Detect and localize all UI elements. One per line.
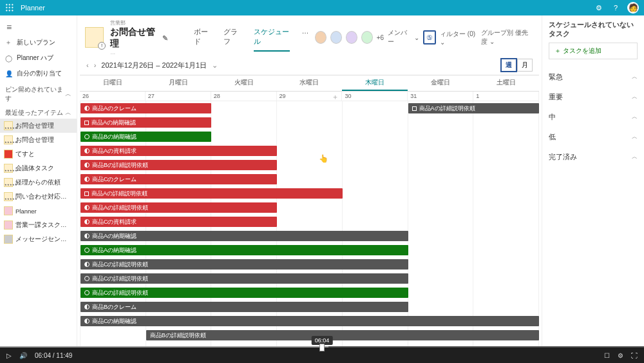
date-cell[interactable]: 31: [408, 92, 473, 101]
date-cell[interactable]: 30: [342, 92, 408, 101]
pinned-section-header[interactable]: ピン留めされています︿: [0, 81, 77, 104]
task-bar[interactable]: 商品Aの資料請求: [80, 146, 277, 156]
chevron-down-icon[interactable]: ⌄: [212, 61, 218, 70]
task-label: 商品Cの納期確認: [92, 317, 137, 326]
sidebar-item-plan[interactable]: 会議体タスク: [0, 161, 77, 175]
main-area: ! 営業部 お問合せ管理✎ … ボード グラフ スケジュール … +6 メンバー…: [77, 15, 542, 348]
task-bar[interactable]: 商品Cの詳細説明依頼: [80, 273, 408, 284]
add-task-button[interactable]: ＋ タスクを追加: [549, 43, 638, 59]
task-bar[interactable]: 商品Aの納期確認: [80, 117, 211, 128]
sidebar-item-plan[interactable]: Planner: [0, 204, 77, 218]
members-label[interactable]: メンバー: [388, 28, 410, 46]
my-tasks-link[interactable]: 👤自分の割り当て: [0, 66, 77, 81]
sidebar-item-plan[interactable]: お問合せ管理: [0, 133, 77, 147]
task-bar[interactable]: 商品Bの詳細説明依頼: [146, 330, 539, 340]
sidebar-item-plan[interactable]: 経理からの依頼: [0, 175, 77, 190]
task-bar[interactable]: 商品Bのクレーム: [80, 302, 408, 312]
play-icon[interactable]: ▷: [6, 352, 12, 359]
calendar-date-row: 26272829＋30311: [80, 92, 539, 101]
day-header: 火曜日: [211, 75, 277, 91]
date-cell[interactable]: 27: [146, 92, 211, 101]
plan-thumbnail-icon: [4, 178, 13, 187]
date-cell[interactable]: 28: [211, 92, 277, 101]
user-avatar[interactable]: 🧑: [627, 2, 639, 14]
group-dropdown[interactable]: グループ別 優先度 ⌄: [481, 28, 534, 46]
add-task-icon[interactable]: ＋: [332, 92, 339, 102]
progress-half-icon: [84, 304, 90, 309]
fullscreen-icon[interactable]: ⛶: [631, 352, 638, 359]
warning-badge: !: [98, 42, 106, 50]
bucket-label: 緊急: [549, 72, 563, 82]
help-icon[interactable]: ?: [611, 4, 621, 12]
sidebar-item-plan[interactable]: お問合せ管理: [0, 119, 77, 133]
priority-bucket[interactable]: 重要︿: [549, 87, 638, 107]
task-bar[interactable]: 商品Cの資料請求: [80, 217, 277, 227]
task-label: 商品Aの納期確認: [91, 119, 136, 127]
chevron-up-icon: ︿: [632, 113, 638, 121]
app-launcher-icon[interactable]: [5, 3, 14, 12]
recent-section-header[interactable]: 最近使ったアイテム︿: [0, 104, 77, 119]
unscheduled-pane: スケジュールされていないタスク ＋ タスクを追加 緊急︿重要︿中︿低︿完了済み︿: [542, 15, 644, 348]
sidebar-item-plan[interactable]: メッセージセンター情...: [0, 232, 77, 246]
task-bar[interactable]: 商品Aの納期確認: [80, 245, 408, 255]
filter-dropdown[interactable]: ィルター (0) ⌄: [440, 30, 477, 46]
plan-thumbnail-icon: [4, 164, 13, 173]
member-avatar[interactable]: [315, 31, 327, 44]
captions-icon[interactable]: ☐: [604, 352, 610, 359]
priority-bucket[interactable]: 緊急︿: [549, 67, 638, 87]
priority-bucket[interactable]: 完了済み︿: [549, 147, 638, 167]
task-bar[interactable]: 商品Bの納期確認: [80, 132, 211, 142]
new-plan-button[interactable]: ＋新しいプラン: [0, 35, 77, 50]
task-bar[interactable]: 商品Aの詳細説明依頼: [80, 202, 277, 213]
task-bar[interactable]: 商品Aのクレーム: [80, 103, 211, 113]
prev-week-button[interactable]: ‹: [86, 61, 89, 69]
next-week-button[interactable]: ›: [94, 61, 97, 69]
plan-label: 経理からの依頼: [15, 179, 61, 187]
plan-label: 会議体タスク: [15, 164, 54, 173]
seek-handle[interactable]: [319, 344, 325, 351]
tab-schedule[interactable]: スケジュール: [254, 23, 290, 52]
members-overflow[interactable]: +6: [377, 34, 384, 41]
volume-icon[interactable]: 🔊: [19, 352, 27, 359]
planner-hub-link[interactable]: ◯Planner ハブ: [0, 50, 77, 66]
task-bar[interactable]: 商品Cの詳細説明依頼: [80, 288, 408, 298]
task-bar[interactable]: 商品Aの詳細説明依頼: [408, 103, 539, 113]
edit-icon[interactable]: ✎: [162, 34, 168, 43]
tab-chart[interactable]: グラフ: [223, 23, 242, 52]
tab-board[interactable]: ボード: [194, 23, 212, 52]
tab-more[interactable]: …: [301, 23, 308, 52]
task-bar[interactable]: 商品Cの納期確認: [80, 316, 539, 326]
date-cell[interactable]: 1: [473, 92, 539, 101]
priority-bucket[interactable]: 中︿: [549, 107, 638, 127]
hamburger-icon[interactable]: ≡: [0, 19, 77, 35]
bucket-label: 重要: [549, 92, 563, 102]
date-cell[interactable]: 29＋: [277, 92, 343, 101]
task-label: 商品Aの詳細説明依頼: [91, 190, 147, 198]
plan-label: てすと: [15, 150, 35, 159]
plan-more[interactable]: …: [110, 50, 168, 55]
task-bar[interactable]: 商品Aの納期確認: [80, 231, 408, 241]
task-bar[interactable]: 商品Cの詳細説明依頼: [80, 259, 408, 270]
progress-empty-icon: [84, 134, 90, 139]
plan-label: お問合せ管理: [15, 122, 54, 130]
month-view-button[interactable]: 月: [517, 59, 533, 72]
settings-icon[interactable]: ⚙: [594, 4, 604, 12]
member-avatar[interactable]: [361, 31, 373, 44]
task-bar[interactable]: 商品Bの詳細説明依頼: [80, 160, 277, 170]
task-bar[interactable]: 商品Aの詳細説明依頼: [80, 188, 343, 199]
plan-label: お問合せ管理: [15, 136, 54, 144]
sidebar-item-plan[interactable]: 営業一課タスク共有: [0, 218, 77, 232]
priority-bucket[interactable]: 低︿: [549, 127, 638, 147]
sidebar-item-plan[interactable]: 問い合わせ対応タスク: [0, 190, 77, 204]
member-avatar[interactable]: [346, 31, 357, 44]
settings-icon[interactable]: ⚙: [618, 352, 623, 359]
date-cell[interactable]: 26: [80, 92, 146, 101]
progress-half-icon: [84, 106, 90, 111]
sidebar-item-plan[interactable]: てすと: [0, 147, 77, 161]
task-label: 商品Bの詳細説明依頼: [150, 331, 206, 340]
task-bar[interactable]: 商品Cのクレーム: [80, 174, 277, 184]
week-view-button[interactable]: 週: [500, 58, 517, 72]
hub-icon: ◯: [5, 55, 13, 62]
member-avatar[interactable]: [330, 31, 342, 44]
plan-thumbnail-icon: [4, 221, 13, 230]
